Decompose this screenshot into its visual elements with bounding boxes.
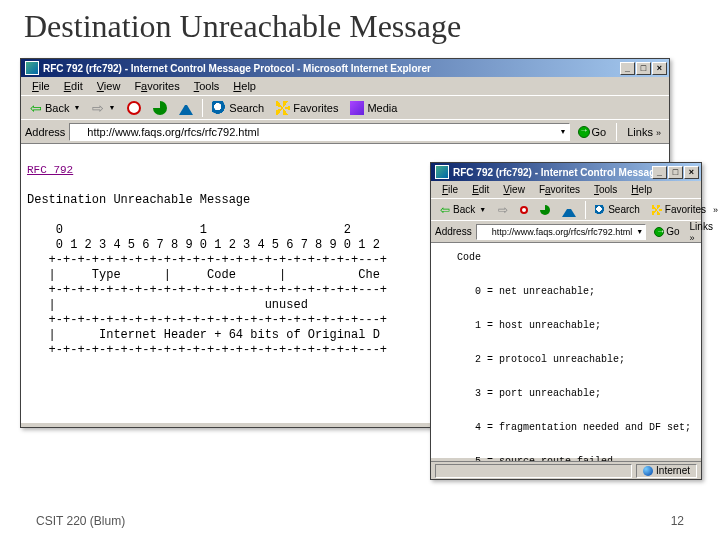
menu-tools[interactable]: Tools	[187, 78, 227, 94]
menu-tools[interactable]: Tools	[587, 182, 624, 197]
rfc-body: Destination Unreachable Message 0 1 2 0 …	[27, 193, 387, 357]
favorites-button[interactable]: Favorites	[647, 202, 711, 217]
url-text: http://www.faqs.org/rfcs/rfc792.html	[87, 126, 555, 138]
home-button[interactable]	[174, 99, 198, 117]
close-button[interactable]: ×	[684, 166, 699, 179]
chevron-down-icon[interactable]: ▼	[636, 228, 643, 235]
separator	[202, 99, 203, 117]
menu-file[interactable]: File	[435, 182, 465, 197]
media-button[interactable]: Media	[345, 99, 402, 117]
go-label: Go	[592, 126, 607, 138]
back-label: Back	[453, 204, 475, 215]
stop-icon	[127, 101, 141, 115]
back-button[interactable]: ⇦ Back ▼	[25, 98, 85, 118]
page-content: Code 0 = net unreachable; 1 = host unrea…	[431, 242, 701, 458]
go-icon	[578, 126, 590, 138]
titlebar: RFC 792 (rfc792) - Internet Control Mess…	[431, 163, 701, 181]
toolbar: ⇦ Back ▼ ⇨ Search Favorites »	[431, 198, 701, 220]
favorites-label: Favorites	[293, 102, 338, 114]
back-label: Back	[45, 102, 69, 114]
statusbar: Internet	[431, 461, 701, 479]
refresh-button[interactable]	[148, 99, 172, 117]
favorites-button[interactable]: Favorites	[271, 99, 343, 117]
forward-button[interactable]: ⇨	[493, 201, 513, 219]
ie-icon	[25, 61, 39, 75]
go-button[interactable]: Go	[650, 225, 683, 238]
menu-help[interactable]: Help	[624, 182, 659, 197]
star-icon	[276, 101, 290, 115]
menubar: File Edit View Favorites Tools Help	[431, 181, 701, 198]
maximize-button[interactable]: □	[668, 166, 683, 179]
go-label: Go	[666, 226, 679, 237]
refresh-icon	[153, 101, 167, 115]
menu-help[interactable]: Help	[226, 78, 263, 94]
page-icon	[72, 126, 84, 138]
window-title: RFC 792 (rfc792) - Internet Control Mess…	[453, 167, 652, 178]
menu-favorites[interactable]: Favorites	[532, 182, 587, 197]
home-icon	[562, 203, 576, 217]
menubar: File Edit View Favorites Tools Help	[21, 77, 669, 95]
overflow-icon[interactable]: »	[713, 205, 718, 215]
search-button[interactable]: Search	[590, 202, 645, 217]
address-label: Address	[435, 226, 472, 237]
chevron-down-icon[interactable]: ▼	[560, 128, 567, 135]
menu-view[interactable]: View	[90, 78, 128, 94]
addressbar: Address http://www.faqs.org/rfcs/rfc792.…	[431, 220, 701, 242]
go-button[interactable]: Go	[574, 125, 611, 139]
menu-file[interactable]: File	[25, 78, 57, 94]
home-icon	[179, 101, 193, 115]
search-label: Search	[229, 102, 264, 114]
media-icon	[350, 101, 364, 115]
menu-edit[interactable]: Edit	[465, 182, 496, 197]
address-input[interactable]: http://www.faqs.org/rfcs/rfc792.html ▼	[476, 224, 647, 240]
search-icon	[212, 101, 226, 115]
home-button[interactable]	[557, 201, 581, 219]
globe-icon	[643, 466, 653, 476]
chevron-down-icon[interactable]: ▼	[479, 206, 486, 213]
back-button[interactable]: ⇦ Back ▼	[435, 201, 491, 219]
stop-button[interactable]	[515, 204, 533, 216]
maximize-button[interactable]: □	[636, 62, 651, 75]
minimize-button[interactable]: _	[620, 62, 635, 75]
links-button[interactable]: Links »	[688, 221, 715, 243]
favorites-label: Favorites	[665, 204, 706, 215]
ie-icon	[435, 165, 449, 179]
minimize-button[interactable]: _	[652, 166, 667, 179]
chevron-down-icon[interactable]: ▼	[73, 104, 80, 111]
stop-icon	[520, 206, 528, 214]
media-label: Media	[367, 102, 397, 114]
star-icon	[652, 205, 662, 215]
chevron-down-icon[interactable]: ▼	[108, 104, 115, 111]
toolbar: ⇦ Back ▼ ⇨ ▼ Search Favorites Media	[21, 95, 669, 119]
zone-label: Internet	[656, 465, 690, 476]
separator	[585, 201, 586, 219]
address-label: Address	[25, 126, 65, 138]
footer-left: CSIT 220 (Blum)	[36, 514, 125, 528]
address-input[interactable]: http://www.faqs.org/rfcs/rfc792.html ▼	[69, 123, 569, 141]
close-button[interactable]: ×	[652, 62, 667, 75]
browser-window-secondary: RFC 792 (rfc792) - Internet Control Mess…	[430, 162, 702, 480]
menu-view[interactable]: View	[496, 182, 532, 197]
search-icon	[595, 205, 605, 215]
search-button[interactable]: Search	[207, 99, 269, 117]
titlebar: RFC 792 (rfc792) - Internet Control Mess…	[21, 59, 669, 77]
refresh-icon	[540, 205, 550, 215]
separator	[616, 123, 617, 141]
window-title: RFC 792 (rfc792) - Internet Control Mess…	[43, 63, 620, 74]
links-button[interactable]: Links »	[623, 126, 665, 138]
addressbar: Address http://www.faqs.org/rfcs/rfc792.…	[21, 119, 669, 143]
forward-button[interactable]: ⇨ ▼	[87, 98, 120, 118]
zone-indicator: Internet	[636, 464, 697, 478]
rfc-link[interactable]: RFC 792	[27, 164, 73, 176]
url-text: http://www.faqs.org/rfcs/rfc792.html	[492, 227, 633, 237]
slide-number: 12	[671, 514, 684, 528]
search-label: Search	[608, 204, 640, 215]
go-icon	[654, 227, 664, 237]
menu-edit[interactable]: Edit	[57, 78, 90, 94]
stop-button[interactable]	[122, 99, 146, 117]
slide-title: Destination Unreachable Message	[0, 0, 720, 49]
refresh-button[interactable]	[535, 203, 555, 217]
menu-favorites[interactable]: Favorites	[127, 78, 186, 94]
page-icon	[479, 227, 489, 237]
